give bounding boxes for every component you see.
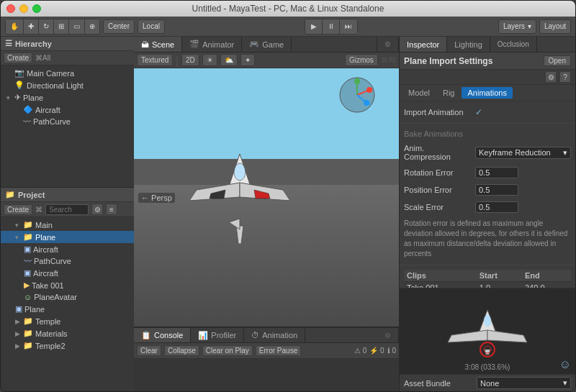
close-button[interactable] <box>6 4 15 13</box>
tree-item-proj-take001[interactable]: ▶ Take 001 <box>1 279 134 291</box>
tree-item-plane[interactable]: ▾ ✈ Plane <box>1 91 134 104</box>
project-create-btn[interactable]: Create <box>4 204 32 215</box>
gizmos-btn[interactable]: Gizmos <box>345 54 378 66</box>
model-tab[interactable]: Model <box>402 87 436 99</box>
minimize-button[interactable] <box>19 4 28 13</box>
tree-item-proj-aircraft1[interactable]: ▣ Aircraft <box>1 243 134 255</box>
tree-item-proj-aircraft2[interactable]: ▣ Aircraft <box>1 267 134 279</box>
project-search-input[interactable] <box>45 204 89 215</box>
tree-label: Take 001 <box>32 281 64 290</box>
layers-dropdown[interactable]: Layers ▾ <box>498 19 536 34</box>
open-button[interactable]: Open <box>544 55 571 66</box>
rig-tab[interactable]: Rig <box>437 87 461 99</box>
console-extra[interactable]: ⚙ <box>377 328 399 342</box>
svg-point-7 <box>234 163 246 181</box>
error-pause-btn[interactable]: Error Pause <box>256 345 301 356</box>
tree-item-proj-planeavatar[interactable]: ☺ PlaneAvatar <box>1 291 134 303</box>
scale-error-row: Scale Error <box>404 200 571 214</box>
lighting-toggle[interactable]: ☀ <box>202 54 217 66</box>
scene-gizmo[interactable]: Y X Z <box>338 76 377 115</box>
scale-error-input[interactable] <box>475 201 518 213</box>
tree-item-proj-plane2[interactable]: ▣ Plane <box>1 303 134 315</box>
plane-icon: ✈ <box>14 93 21 102</box>
tab-animation[interactable]: ⏱ Animation <box>244 328 305 342</box>
clear-btn[interactable]: Clear <box>137 345 161 356</box>
tab-scene[interactable]: 🏔 Scene <box>134 37 182 52</box>
local-button[interactable]: Local <box>138 19 165 34</box>
tree-item-directional-light[interactable]: 💡 Directional Light <box>1 79 134 91</box>
maximize-button[interactable] <box>32 4 41 13</box>
viewport[interactable]: Y X Z ← Persp <box>134 68 399 327</box>
asset-bundle-dropdown[interactable]: None ▾ <box>477 377 571 389</box>
tree-item-main[interactable]: ▾ 📁 Main <box>1 219 134 231</box>
scale-tool[interactable]: ⊞ <box>54 19 69 34</box>
tab-occlusion[interactable]: Occlusion <box>490 37 537 52</box>
scene-settings[interactable]: ⚙ <box>377 37 399 52</box>
tree-label: PlaneAvatar <box>34 293 77 301</box>
rect-tool[interactable]: ▭ <box>69 19 85 34</box>
rotation-error-input[interactable] <box>475 167 518 178</box>
svg-point-22 <box>484 315 491 327</box>
tree-item-main-camera[interactable]: 📷 Main Camera <box>1 67 134 79</box>
bake-anim-label: Bake Animations <box>404 129 472 138</box>
project-options-btn[interactable]: ⚙ <box>91 204 103 215</box>
plane-model <box>175 140 305 256</box>
clips-row-take001[interactable]: Take 001 1.0 240.0 <box>404 282 571 288</box>
layout-button[interactable]: Layout <box>539 19 571 34</box>
tree-item-pathcurve[interactable]: 〰 PathCurve <box>1 116 134 127</box>
inspector-icon1[interactable]: ⚙ <box>545 71 557 83</box>
2d-btn[interactable]: 2D <box>181 54 199 66</box>
tree-item-temple2[interactable]: ▶ 📁 Temple2 <box>1 339 134 352</box>
mesh-icon2: ▣ <box>15 304 22 314</box>
skybox-toggle[interactable]: ⛅ <box>220 54 238 66</box>
tree-item-temple[interactable]: ▶ 📁 Temple <box>1 315 134 327</box>
tree-item-aircraft[interactable]: 🔷 Aircraft <box>1 104 134 116</box>
tab-animator[interactable]: 🎬 Animator <box>182 37 242 52</box>
tree-arrow: ▶ <box>15 318 21 325</box>
play-button[interactable]: ▶ <box>305 19 323 34</box>
tree-item-materials[interactable]: ▶ 📁 Materials <box>1 327 134 339</box>
position-error-section: Position Error <box>400 181 575 199</box>
anim-comp-dropdown[interactable]: Keyframe Reduction ▾ <box>475 147 571 159</box>
dropdown-chevron-icon: ▾ <box>563 148 567 158</box>
move-tool[interactable]: ✚ <box>24 19 39 34</box>
game-tab-icon: 🎮 <box>249 40 259 49</box>
tree-item-proj-pathcurve[interactable]: 〰 PathCurve <box>1 255 134 267</box>
clear-on-play-btn[interactable]: Clear on Play <box>202 345 253 356</box>
collapse-btn[interactable]: Collapse <box>164 345 199 356</box>
inspector-panel: Inspector Lighting Occlusion Plane Impor… <box>399 37 575 391</box>
left-column: ☰ Hierarchy Create ⌘All 📷 Main Camera <box>1 37 134 391</box>
pause-button[interactable]: ⏸ <box>323 19 340 34</box>
tab-game[interactable]: 🎮 Game <box>242 37 292 52</box>
tree-arrow: ▶ <box>15 342 21 350</box>
tree-item-plane-project[interactable]: ▾ 📁 Plane <box>1 231 134 243</box>
textured-btn[interactable]: Textured <box>137 54 173 66</box>
divider1 <box>400 123 575 124</box>
hierarchy-create-btn[interactable]: Create <box>4 53 32 63</box>
project-toggle-btn[interactable]: ≡ <box>106 204 117 215</box>
svg-marker-20 <box>487 330 527 342</box>
anim-comp-value: Keyframe Reduction <box>479 148 551 157</box>
tree-label: Main <box>35 221 53 229</box>
tab-inspector[interactable]: Inspector <box>400 37 447 52</box>
import-anim-checkbox[interactable]: ✓ <box>475 107 482 117</box>
center-button[interactable]: Center <box>103 19 135 34</box>
tab-console[interactable]: 📋 Console <box>134 328 191 342</box>
inspector-icon2[interactable]: ? <box>559 71 571 83</box>
animations-tab[interactable]: Animations <box>462 87 512 99</box>
avatar-icon[interactable]: ☺ <box>559 358 571 371</box>
tree-label: PathCurve <box>34 257 71 265</box>
fx-toggle[interactable]: ✦ <box>240 54 255 66</box>
tab-lighting[interactable]: Lighting <box>447 37 490 52</box>
step-button[interactable]: ⏭ <box>340 19 357 34</box>
position-error-input[interactable] <box>475 184 518 196</box>
center-column: 🏔 Scene 🎬 Animator 🎮 Game ⚙ <box>134 37 399 391</box>
tab-profiler[interactable]: 📊 Profiler <box>191 328 244 342</box>
scene-tab-icon: 🏔 <box>141 40 149 49</box>
multi-tool[interactable]: ⊕ <box>85 19 99 34</box>
hand-tool[interactable]: ✋ <box>6 19 24 34</box>
avatar-icon2: ☺ <box>24 293 32 301</box>
error-count: ⚠ 0 <box>354 347 366 355</box>
rotate-tool[interactable]: ↻ <box>39 19 54 34</box>
clips-end-header: End <box>522 270 571 282</box>
